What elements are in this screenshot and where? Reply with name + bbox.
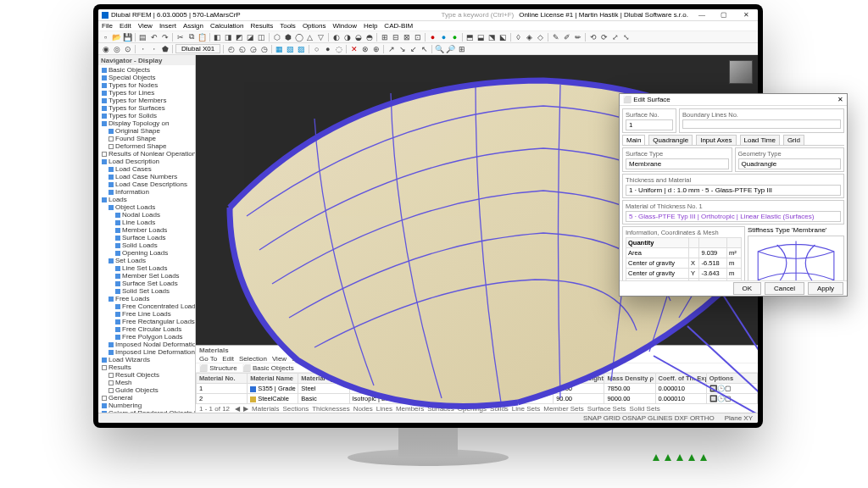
- tool-icon[interactable]: ⬒: [465, 32, 475, 42]
- tool-icon[interactable]: ◑: [342, 32, 352, 42]
- tool-icon[interactable]: ⟳: [599, 32, 609, 42]
- tool-icon[interactable]: ↖: [420, 44, 429, 53]
- mat-assign-select[interactable]: 5 · Glass-PTFE Typ III | Orthotropic | L…: [626, 211, 841, 222]
- surface-type-select[interactable]: Membrane: [626, 158, 729, 169]
- checkbox-icon[interactable]: [102, 358, 107, 363]
- checkbox-icon[interactable]: [108, 129, 114, 134]
- dialog-close-icon[interactable]: ✕: [837, 96, 843, 103]
- tool-icon[interactable]: ◴: [226, 44, 236, 53]
- checkbox-icon[interactable]: [102, 197, 107, 202]
- menu-file[interactable]: File: [102, 22, 113, 30]
- menu-options[interactable]: Options: [303, 22, 326, 30]
- tool-icon[interactable]: ↗: [387, 44, 396, 53]
- tool-icon[interactable]: ⊡: [413, 32, 422, 42]
- tool-icon[interactable]: ↘: [398, 44, 407, 53]
- tool-icon[interactable]: ◵: [237, 44, 247, 53]
- tool-icon[interactable]: 🔍: [435, 44, 444, 53]
- checkbox-icon[interactable]: [108, 350, 114, 355]
- tool-icon[interactable]: ◯: [294, 32, 303, 42]
- boundary-input[interactable]: [682, 119, 841, 129]
- print-icon[interactable]: ▤: [138, 32, 147, 42]
- tool-icon[interactable]: ◊: [514, 32, 523, 42]
- tool-icon[interactable]: ◒: [353, 32, 363, 42]
- checkbox-icon[interactable]: [102, 114, 107, 119]
- checkbox-icon[interactable]: [115, 236, 120, 241]
- checkbox-icon[interactable]: [115, 335, 120, 340]
- tab-main[interactable]: Main: [622, 135, 645, 145]
- menu-view[interactable]: View: [138, 22, 153, 30]
- tool-icon[interactable]: ⊙: [123, 44, 132, 53]
- search-field[interactable]: Type a keyword (Ctrl+F): [442, 11, 515, 19]
- tool-icon[interactable]: ⤢: [610, 32, 620, 42]
- tool-icon[interactable]: ⬞: [149, 44, 159, 53]
- checkbox-icon[interactable]: [108, 190, 114, 195]
- checkbox-icon[interactable]: [108, 136, 114, 141]
- menu-edit[interactable]: Edit: [120, 22, 131, 30]
- cancel-button[interactable]: Cancel: [765, 282, 804, 295]
- checkbox-icon[interactable]: [108, 182, 114, 187]
- tool-icon[interactable]: ↙: [409, 44, 418, 53]
- checkbox-icon[interactable]: [102, 83, 107, 88]
- tool-icon[interactable]: ⬡: [272, 32, 281, 42]
- tool-icon[interactable]: ◉: [101, 44, 110, 53]
- tool-icon[interactable]: ⊞: [380, 32, 389, 42]
- tool-icon[interactable]: ⊠: [402, 32, 411, 42]
- tool-icon[interactable]: ◶: [248, 44, 258, 53]
- tool-icon[interactable]: ▨: [297, 44, 306, 53]
- menu-results[interactable]: Results: [251, 22, 274, 30]
- paste-icon[interactable]: 📋: [198, 32, 207, 42]
- tab-input-axes[interactable]: Input Axes: [696, 135, 736, 145]
- checkbox-icon[interactable]: [102, 403, 107, 408]
- tool-icon[interactable]: ▽: [316, 32, 326, 42]
- checkbox-icon[interactable]: [102, 121, 107, 126]
- tool-icon[interactable]: ◷: [259, 44, 269, 53]
- checkbox-icon[interactable]: [108, 144, 114, 149]
- tool-icon[interactable]: ◇: [536, 32, 545, 42]
- checkbox-icon[interactable]: [102, 396, 107, 401]
- tab-load-time[interactable]: Load Time: [740, 135, 780, 145]
- tool-icon[interactable]: ⬢: [283, 32, 292, 42]
- menu-window[interactable]: Window: [332, 22, 356, 30]
- checkbox-icon[interactable]: [115, 319, 120, 324]
- tool-icon[interactable]: ○: [312, 44, 321, 53]
- checkbox-icon[interactable]: [115, 274, 120, 279]
- checkbox-icon[interactable]: [115, 243, 120, 248]
- checkbox-icon[interactable]: [102, 98, 107, 103]
- checkbox-icon[interactable]: [102, 365, 107, 370]
- tool-icon[interactable]: ✏: [573, 32, 582, 42]
- undo-icon[interactable]: ↶: [149, 32, 159, 42]
- tool-icon[interactable]: ⬓: [476, 32, 486, 42]
- checkbox-icon[interactable]: [115, 327, 120, 332]
- tab-quadrangle[interactable]: Quadrangle: [648, 135, 693, 145]
- tool-icon[interactable]: ⊗: [360, 44, 370, 53]
- tool-icon[interactable]: ●: [323, 44, 332, 53]
- checkbox-icon[interactable]: [102, 106, 107, 111]
- new-icon[interactable]: ▫: [101, 32, 110, 42]
- cut-icon[interactable]: ✂: [175, 32, 185, 42]
- view-plane[interactable]: Plane XY: [725, 414, 753, 422]
- checkbox-icon[interactable]: [115, 220, 120, 225]
- tool-icon[interactable]: ◨: [224, 32, 233, 42]
- ok-button[interactable]: OK: [733, 282, 762, 295]
- menu-cad-bim[interactable]: CAD-BIM: [384, 22, 413, 30]
- checkbox-icon[interactable]: [102, 68, 107, 73]
- checkbox-icon[interactable]: [108, 388, 114, 393]
- tool-icon[interactable]: ◫: [257, 32, 266, 42]
- dialog-titlebar[interactable]: ⬜ Edit Surface ✕: [620, 94, 847, 106]
- checkbox-icon[interactable]: [108, 297, 114, 302]
- checkbox-icon[interactable]: [102, 75, 107, 80]
- tool-icon[interactable]: ◓: [364, 32, 374, 42]
- checkbox-icon[interactable]: [108, 373, 114, 378]
- tool-icon[interactable]: ⬟: [160, 44, 170, 53]
- open-icon[interactable]: 📂: [112, 32, 121, 42]
- tool-icon[interactable]: ▧: [286, 44, 295, 53]
- tool-icon[interactable]: 🔎: [446, 44, 455, 53]
- menu-help[interactable]: Help: [364, 22, 377, 30]
- checkbox-icon[interactable]: [108, 342, 114, 347]
- close-button[interactable]: ✕: [737, 10, 754, 20]
- tool-icon[interactable]: ⊟: [391, 32, 400, 42]
- thickness-select[interactable]: 1 · Uniform | d : 1.0 mm · 5 - Glass-PTF…: [626, 185, 841, 196]
- tool-icon[interactable]: ◎: [112, 44, 121, 53]
- checkbox-icon[interactable]: [115, 266, 120, 271]
- copy-icon[interactable]: ⧉: [186, 32, 196, 42]
